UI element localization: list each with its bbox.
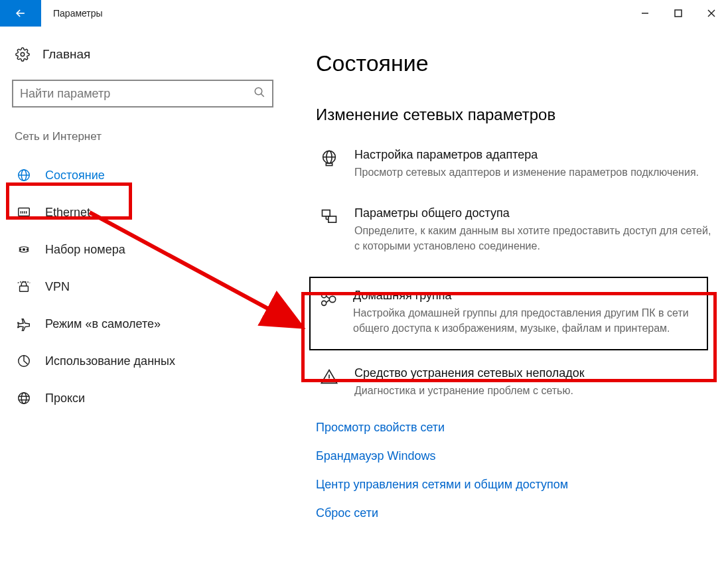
svg-point-19 [27, 249, 28, 250]
setting-desc: Диагностика и устранение проблем с сетью… [354, 383, 712, 398]
dialup-icon [16, 242, 32, 257]
search-box[interactable] [12, 80, 273, 108]
svg-rect-29 [326, 163, 332, 166]
svg-line-6 [261, 94, 264, 97]
sidebar-item-proxy[interactable]: Прокси [12, 380, 279, 417]
sidebar-item-datausage[interactable]: Использование данных [12, 342, 279, 380]
link-network-properties[interactable]: Просмотр свойств сети [316, 421, 715, 435]
svg-line-38 [327, 300, 330, 303]
back-button[interactable] [0, 0, 41, 27]
globe-grid-icon [16, 167, 32, 183]
search-icon [254, 86, 265, 101]
svg-rect-20 [20, 286, 29, 291]
svg-point-5 [255, 88, 262, 95]
sidebar-item-label: Использование данных [45, 354, 175, 368]
window-title: Параметры [41, 0, 103, 27]
setting-desc: Настройка домашней группы для предоставл… [353, 305, 700, 336]
svg-point-36 [329, 296, 335, 302]
adapter-icon [319, 148, 340, 180]
sidebar: Главная Сеть и Интернет Состояние Ethern… [0, 27, 279, 535]
arrow-left-icon [14, 7, 27, 20]
search-input[interactable] [20, 87, 254, 101]
svg-point-4 [21, 52, 25, 56]
sidebar-item-label: Режим «в самолете» [45, 317, 161, 331]
setting-desc: Просмотр сетевых адаптеров и изменение п… [354, 165, 712, 180]
section-heading: Изменение сетевых параметров [316, 106, 715, 124]
sidebar-item-vpn[interactable]: VPN [12, 268, 279, 305]
setting-title: Домашняя группа [353, 289, 700, 303]
svg-line-37 [327, 296, 330, 299]
svg-rect-10 [19, 208, 30, 216]
svg-point-23 [21, 393, 26, 404]
link-firewall[interactable]: Брандмауэр Windows [316, 449, 715, 463]
sidebar-item-label: Прокси [45, 392, 85, 405]
globe-icon [16, 390, 32, 406]
svg-rect-31 [328, 216, 336, 222]
titlebar: Параметры [0, 0, 728, 27]
maximize-icon [674, 9, 682, 17]
close-button[interactable] [695, 0, 728, 27]
sidebar-item-label: Ethernet [45, 206, 90, 220]
sharing-icon [319, 206, 340, 253]
main-panel: Состояние Изменение сетевых параметров Н… [279, 27, 728, 535]
svg-rect-30 [323, 210, 330, 216]
window-controls [628, 0, 728, 27]
ethernet-icon [16, 204, 32, 220]
svg-rect-1 [675, 10, 682, 17]
setting-troubleshoot[interactable]: Средство устранения сетевых неполадок Ди… [316, 362, 715, 402]
setting-desc: Определите, к каким данным вы хотите пре… [354, 223, 712, 253]
setting-adapter[interactable]: Настройка параметров адаптера Просмотр с… [316, 144, 715, 184]
sidebar-item-label: Набор номера [45, 243, 125, 257]
svg-point-34 [322, 293, 327, 297]
sidebar-item-ethernet[interactable]: Ethernet [12, 194, 279, 231]
svg-point-17 [23, 249, 25, 251]
link-network-reset[interactable]: Сброс сети [316, 506, 715, 520]
homegroup-icon [317, 289, 338, 336]
data-usage-icon [16, 353, 32, 369]
close-icon [707, 9, 715, 17]
svg-point-40 [328, 380, 330, 382]
minimize-button[interactable] [628, 0, 662, 27]
maximize-button[interactable] [662, 0, 695, 27]
setting-title: Параметры общего доступа [354, 206, 712, 220]
setting-homegroup[interactable]: Домашняя группа Настройка домашней групп… [315, 285, 703, 340]
sidebar-section-label: Сеть и Интернет [12, 130, 279, 143]
svg-point-22 [19, 393, 30, 404]
svg-point-35 [322, 301, 327, 305]
minimize-icon [641, 9, 649, 17]
sidebar-item-airplane[interactable]: Режим «в самолете» [12, 305, 279, 342]
setting-title: Настройка параметров адаптера [354, 148, 712, 162]
sidebar-item-label: Состояние [45, 169, 105, 182]
sidebar-item-status[interactable]: Состояние [12, 157, 279, 194]
svg-point-18 [19, 249, 21, 250]
setting-title: Средство устранения сетевых неполадок [354, 366, 712, 380]
link-network-center[interactable]: Центр управления сетями и общим доступом [316, 478, 715, 492]
sidebar-home[interactable]: Главная [12, 46, 279, 62]
sidebar-item-dialup[interactable]: Набор номера [12, 231, 279, 268]
vpn-icon [16, 279, 32, 295]
setting-sharing[interactable]: Параметры общего доступа Определите, к к… [316, 202, 715, 257]
airplane-icon [16, 316, 32, 332]
sidebar-item-label: VPN [45, 280, 70, 294]
page-title: Состояние [316, 50, 715, 76]
gear-icon [15, 46, 31, 62]
sidebar-home-label: Главная [42, 47, 90, 62]
warning-icon [319, 366, 340, 398]
